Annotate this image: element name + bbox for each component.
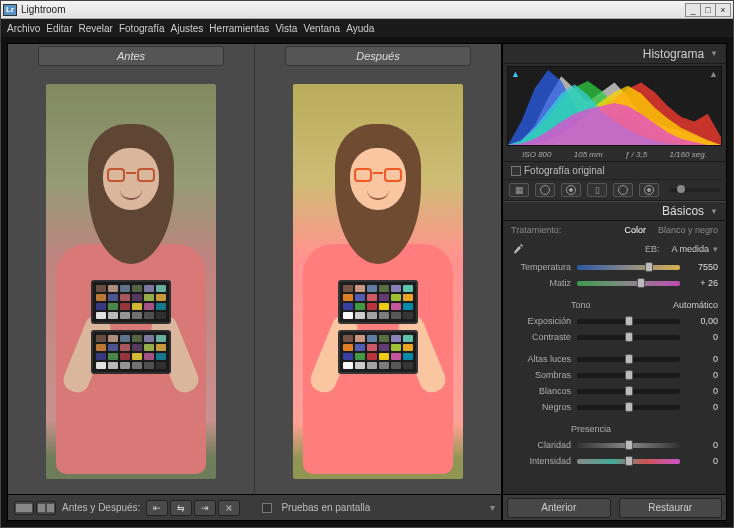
app-icon: Lr — [3, 4, 17, 16]
before-half: Antes — [8, 44, 255, 494]
after-photo[interactable] — [293, 84, 463, 479]
dropdown-icon[interactable]: ▾ — [713, 244, 718, 254]
wb-label: EB: — [645, 244, 660, 254]
menu-archivo[interactable]: Archivo — [7, 23, 40, 34]
menu-editar[interactable]: Editar — [46, 23, 72, 34]
menu-vista[interactable]: Vista — [275, 23, 297, 34]
brush-size-slider[interactable] — [669, 188, 720, 192]
before-after-label: Antes y Después: — [62, 502, 140, 513]
menu-ayuda[interactable]: Ayuda — [346, 23, 374, 34]
eyedropper-icon[interactable] — [511, 242, 525, 256]
previous-button[interactable]: Anterior — [507, 498, 611, 518]
app-window: Lr Lightroom _ □ × Archivo Editar Revela… — [0, 0, 734, 528]
basics-header[interactable]: Básicos▼ — [503, 201, 726, 221]
right-panel: Histograma▼ ▲ ▲ ISO 800 105 mm ƒ / 3,5 1… — [502, 43, 727, 521]
after-half: Después — [255, 44, 501, 494]
histogram-header[interactable]: Histograma▼ — [503, 44, 726, 64]
radial-tool-icon[interactable] — [613, 183, 633, 197]
spot-tool-icon[interactable] — [535, 183, 555, 197]
crop-tool-icon[interactable]: ▦ — [509, 183, 529, 197]
slider-exposure[interactable]: Exposición0,00 — [503, 313, 726, 329]
color-checker-bottom — [338, 330, 418, 374]
color-checker-bottom — [91, 330, 171, 374]
viewer-toolbar: Antes y Después: ⇤ ⇆ ⇥ ⤨ Pruebas en pant… — [8, 494, 501, 520]
basics-title: Básicos — [662, 204, 704, 218]
maximize-button[interactable]: □ — [700, 3, 716, 17]
original-photo-label: Fotografía original — [524, 165, 605, 176]
menu-revelar[interactable]: Revelar — [78, 23, 112, 34]
slider-shadows[interactable]: Sombras0 — [503, 367, 726, 383]
before-photo[interactable] — [46, 84, 216, 479]
redeye-tool-icon[interactable] — [561, 183, 581, 197]
close-button[interactable]: × — [715, 3, 731, 17]
wb-preset[interactable]: A medida — [671, 244, 709, 254]
soft-proof-checkbox[interactable] — [262, 503, 272, 513]
reset-button[interactable]: Restaurar — [619, 498, 723, 518]
swap-button[interactable]: ⇆ — [170, 500, 192, 516]
slider-temperature[interactable]: Temperatura7550 — [503, 259, 726, 275]
view-split-button[interactable] — [36, 501, 56, 515]
histogram-title: Histograma — [643, 47, 704, 61]
after-label: Después — [285, 46, 471, 66]
brush-tool-icon[interactable] — [639, 183, 659, 197]
minimize-button[interactable]: _ — [685, 3, 701, 17]
titlebar: Lr Lightroom _ □ × — [1, 1, 733, 19]
original-photo-checkbox[interactable] — [511, 166, 521, 176]
view-single-button[interactable] — [14, 501, 34, 515]
chevron-down-icon: ▼ — [710, 207, 718, 216]
window-title: Lightroom — [21, 4, 65, 15]
exif-aperture: ƒ / 3,5 — [625, 150, 647, 159]
slider-highlights[interactable]: Altas luces0 — [503, 351, 726, 367]
treatment-row: Tratamiento: Color Blanco y negro — [503, 221, 726, 239]
workarea: Antes Después — [1, 37, 733, 527]
soft-proof-label: Pruebas en pantalla — [281, 502, 370, 513]
original-photo-row[interactable]: Fotografía original — [503, 162, 726, 180]
wb-row: EB: A medida ▾ — [503, 239, 726, 259]
slider-clarity[interactable]: Claridad0 — [503, 437, 726, 453]
before-after-compare: Antes Después — [8, 44, 501, 494]
histogram-chart[interactable]: ▲ ▲ — [507, 66, 722, 146]
menubar: Archivo Editar Revelar Fotografía Ajuste… — [1, 19, 733, 37]
menu-ventana[interactable]: Ventana — [303, 23, 340, 34]
exif-row: ISO 800 105 mm ƒ / 3,5 1/160 seg. — [503, 148, 726, 162]
panel-footer: Anterior Restaurar — [503, 494, 726, 520]
slider-tint[interactable]: Matiz+ 26 — [503, 275, 726, 291]
menu-herramientas[interactable]: Herramientas — [209, 23, 269, 34]
slider-contrast[interactable]: Contraste0 — [503, 329, 726, 345]
copy-settings-button[interactable]: ⤨ — [218, 500, 240, 516]
slider-whites[interactable]: Blancos0 — [503, 383, 726, 399]
treatment-label: Tratamiento: — [511, 225, 561, 235]
toolbar-dropdown-icon[interactable]: ▾ — [490, 502, 495, 513]
before-label: Antes — [38, 46, 224, 66]
exif-iso: ISO 800 — [522, 150, 551, 159]
treatment-bw[interactable]: Blanco y negro — [658, 225, 718, 235]
auto-button[interactable]: Automático — [673, 300, 718, 310]
exif-shutter: 1/160 seg. — [669, 150, 706, 159]
tool-strip: ▦ ▯ — [503, 180, 726, 201]
slider-vibrance[interactable]: Intensidad0 — [503, 453, 726, 469]
slider-blacks[interactable]: Negros0 — [503, 399, 726, 415]
swap-left-button[interactable]: ⇤ — [146, 500, 168, 516]
exif-focal: 105 mm — [574, 150, 603, 159]
viewer-pane: Antes Después — [7, 43, 502, 521]
swap-right-button[interactable]: ⇥ — [194, 500, 216, 516]
chevron-down-icon: ▼ — [710, 49, 718, 58]
color-checker-top — [91, 280, 171, 324]
menu-ajustes[interactable]: Ajustes — [171, 23, 204, 34]
menu-fotografia[interactable]: Fotografía — [119, 23, 165, 34]
gradient-tool-icon[interactable]: ▯ — [587, 183, 607, 197]
treatment-color[interactable]: Color — [624, 225, 646, 235]
color-checker-top — [338, 280, 418, 324]
